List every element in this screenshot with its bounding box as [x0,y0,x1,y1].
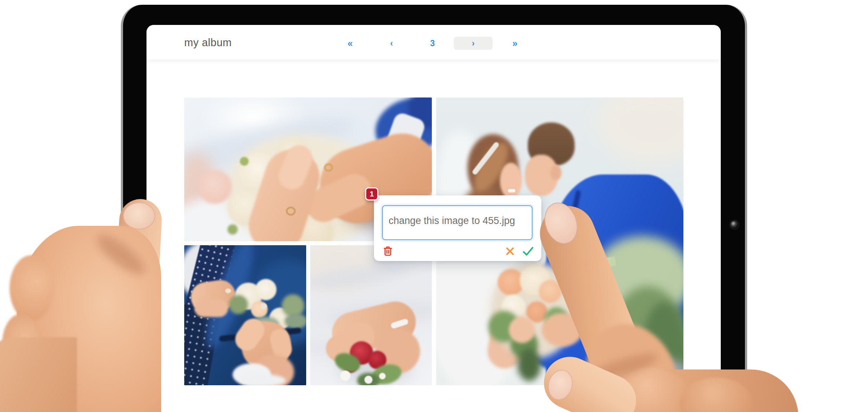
blue-suit [546,174,683,385]
bride-hair [467,134,519,202]
trees [608,286,683,385]
boutonniere [552,223,562,233]
photo-detail [310,245,380,293]
navy-sleeve [408,98,432,129]
rose [255,279,277,300]
groom-ear [550,165,561,180]
blurred-arm [184,152,219,240]
rose [520,265,550,295]
current-page: 3 [423,37,442,50]
watch-face [394,154,421,181]
fingernail [225,288,231,293]
white-flower [364,376,372,384]
red-rose [350,341,373,365]
camera-icon [730,221,738,229]
polka-dot-tie [184,245,236,336]
hand [238,318,294,374]
greenery [227,224,238,235]
lace-cuff [240,374,286,385]
photo-detail [597,98,683,163]
lapel-highlight [198,245,261,353]
last-page-button[interactable]: » [505,37,524,50]
tablet-screen: my album « ‹ 3 › » [146,25,721,412]
polka-dot-tie [184,304,221,385]
greenery [240,157,249,166]
lace-cuff [233,363,271,385]
rose [269,308,291,330]
pocket-square [592,257,616,269]
photo-corsage[interactable] [310,245,432,385]
boutonniere [543,216,556,229]
greenery [510,331,538,358]
fingers [321,317,379,366]
stems [518,348,541,381]
sage-leaf [285,313,306,329]
rose [296,212,334,241]
navy-sleeve [367,98,432,165]
bouquet [490,262,576,359]
headband [471,141,500,176]
bride-hand [242,143,327,241]
rose [251,301,268,318]
rose [498,269,524,295]
rose [501,295,526,319]
leaf [370,361,404,385]
lapel-line [554,190,581,295]
hand [372,325,423,377]
rose [526,301,548,323]
shadow [338,353,413,385]
photo-boutonniere[interactable] [184,245,306,385]
x-icon[interactable] [504,245,516,257]
white-flower [340,371,350,381]
bride-hand [509,317,535,343]
rose [266,288,288,310]
rose [539,280,561,303]
prev-page-button[interactable]: ‹ [382,37,401,50]
greenery [229,295,248,314]
greenery [282,294,304,317]
bride-fingers [275,141,316,194]
shirt-collar [557,198,593,232]
gold-ring [286,207,296,216]
thumb [194,299,228,317]
check-icon[interactable] [522,245,534,257]
tablet-frame: my album « ‹ 3 › » [121,5,747,412]
bride-hair [468,138,515,196]
boutonniere [545,228,553,237]
annotation-marker-badge[interactable]: 1 [365,187,378,201]
watch-strap [382,111,427,164]
knuckle [10,255,53,321]
groom-hair [528,122,575,166]
red-rose [344,360,357,373]
page: my album « ‹ 3 › » [0,0,868,412]
sage-leaf [244,314,281,339]
trees [593,236,683,320]
wedding-dress [184,195,290,241]
annotation-actions [382,244,534,258]
trees [641,302,683,385]
knuckle [2,314,40,372]
boutonniere [541,227,548,233]
photo-detail [199,98,309,149]
rose [271,181,316,226]
white-flower [379,373,386,379]
trash-icon[interactable] [382,245,394,257]
rose [239,152,279,193]
wrist [253,354,294,385]
rose [227,188,265,226]
dress-fold [324,299,432,331]
groom-face [525,155,558,196]
first-page-button[interactable]: « [341,37,360,50]
fingers [231,314,269,355]
bracelet [390,318,409,329]
dress-fold [310,260,413,293]
dress-fold [310,335,403,368]
next-page-button[interactable]: › [454,37,493,50]
photo-detail [639,360,683,385]
gold-ring [324,163,333,172]
annotation-text-input[interactable]: change this image to 455.jpg [382,205,533,240]
berry [260,303,267,310]
leaf [357,373,380,385]
groom-hand [542,313,583,347]
red-rose [368,351,386,369]
